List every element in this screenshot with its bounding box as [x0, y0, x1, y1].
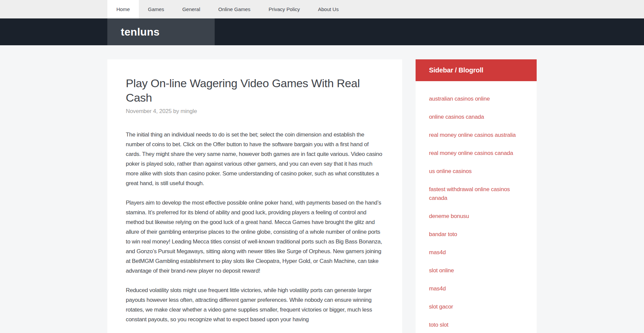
main-layout: Play On-line Wagering Video Games With R… [107, 59, 537, 333]
blogroll-item: mas4d [429, 248, 523, 257]
nav-item-link[interactable]: General [173, 0, 209, 18]
blogroll-link[interactable]: bandar toto [429, 230, 457, 239]
article-paragraph: Reduced volatility slots might use frequ… [126, 285, 384, 324]
nav-item[interactable]: Online Games [209, 0, 260, 18]
blogroll-list: australian casinos online online casinos… [416, 81, 537, 333]
blogroll-link[interactable]: slot online [429, 266, 454, 275]
article-paragraph: The initial thing an individual needs to… [126, 130, 384, 188]
blogroll-link[interactable]: online casinos canada [429, 113, 484, 121]
blogroll-link[interactable]: slot gacor [429, 302, 453, 311]
blogroll-link[interactable]: deneme bonusu [429, 212, 469, 221]
blogroll-item: online casinos canada [429, 113, 523, 121]
nav-item-link[interactable]: Online Games [209, 0, 260, 18]
nav-item-link[interactable]: Games [139, 0, 173, 18]
article: Play On-line Wagering Video Games With R… [126, 76, 384, 324]
site-branding: tenluns [107, 18, 215, 45]
site-title[interactable]: tenluns [121, 26, 160, 38]
nav-item[interactable]: General [173, 0, 209, 18]
blogroll-link[interactable]: australian casinos online [429, 95, 490, 103]
blogroll-link[interactable]: real money online casinos canada [429, 149, 513, 158]
main-content: Play On-line Wagering Video Games With R… [107, 59, 402, 333]
article-meta: November 4, 2025 by mingle [126, 108, 384, 115]
nav-item[interactable]: Privacy Policy [260, 0, 309, 18]
nav-item[interactable]: Games [139, 0, 173, 18]
blogroll-link[interactable]: mas4d [429, 284, 446, 293]
blogroll-item: real money online casinos canada [429, 149, 523, 158]
primary-nav-list: Home Games General Online Games Privacy … [107, 0, 537, 18]
blogroll-item: australian casinos online [429, 95, 523, 103]
blogroll-item: real money online casinos australia [429, 131, 523, 140]
byline-connector: by [173, 108, 179, 114]
blogroll-link[interactable]: mas4d [429, 248, 446, 257]
article-title: Play On-line Wagering Video Games With R… [126, 76, 384, 105]
blogroll-item: toto slot [429, 321, 523, 329]
author-link[interactable]: mingle [180, 108, 197, 114]
nav-item-link[interactable]: Home [107, 0, 139, 18]
blogroll-item: deneme bonusu [429, 212, 523, 221]
blogroll-item: slot gacor [429, 302, 523, 311]
nav-item[interactable]: About Us [309, 0, 348, 18]
article-date: November 4, 2025 [126, 108, 172, 114]
primary-nav: Home Games General Online Games Privacy … [0, 0, 644, 18]
blogroll-link[interactable]: real money online casinos australia [429, 131, 516, 140]
article-body: The initial thing an individual needs to… [126, 130, 384, 324]
nav-item-link[interactable]: About Us [309, 0, 348, 18]
sidebar: Sidebar / Blogroll australian casinos on… [416, 59, 537, 333]
sidebar-heading: Sidebar / Blogroll [416, 59, 537, 81]
blogroll-link[interactable]: toto slot [429, 321, 448, 329]
blogroll-item: us online casinos [429, 167, 523, 176]
nav-item-link[interactable]: Privacy Policy [260, 0, 309, 18]
blogroll-item: bandar toto [429, 230, 523, 239]
nav-item[interactable]: Home [107, 0, 139, 18]
blogroll-item: fastest withdrawal online casinos canada [429, 185, 523, 203]
article-paragraph: Players aim to develop the most effectiv… [126, 198, 384, 276]
site-header: tenluns [0, 18, 644, 45]
blogroll-link[interactable]: fastest withdrawal online casinos canada [429, 185, 523, 203]
blogroll-link[interactable]: us online casinos [429, 167, 472, 176]
blogroll-item: slot online [429, 266, 523, 275]
blogroll-item: mas4d [429, 284, 523, 293]
